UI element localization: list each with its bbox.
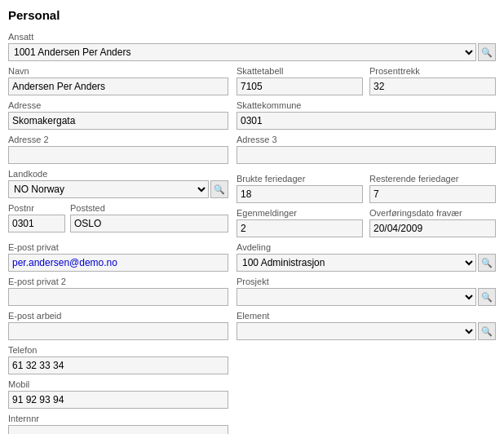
skattekommune-label: Skattekommune xyxy=(237,100,496,110)
prosenttrekk-field: Prosenttrekk xyxy=(369,66,496,95)
avdeling-search-icon[interactable]: 🔍 xyxy=(478,254,496,272)
landkode-field: Landkode NO Norway 🔍 xyxy=(8,169,228,198)
telefon-field: Telefon xyxy=(8,345,228,374)
mobil-label: Mobil xyxy=(8,379,228,389)
ansatt-label: Ansatt xyxy=(8,32,496,42)
prosenttrekk-label: Prosenttrekk xyxy=(369,66,496,76)
ansatt-select[interactable]: 1001 Andersen Per Anders xyxy=(8,43,476,61)
egenmeldinger-label: Egenmeldinger xyxy=(237,208,363,218)
element-field: Element 🔍 xyxy=(237,311,496,340)
epost-arbeid-input[interactable] xyxy=(8,322,228,340)
navn-input[interactable] xyxy=(8,78,228,95)
avdeling-field: Avdeling 100 Administrasjon 🔍 xyxy=(237,242,496,272)
internnr-label: Internnr xyxy=(8,414,228,423)
brukte-feriedager-field: Brukte feriedager xyxy=(237,174,363,203)
adresse-field: Adresse xyxy=(8,100,228,130)
prosjekt-label: Prosjekt xyxy=(237,277,496,286)
epost-arbeid-label: E-post arbeid xyxy=(8,311,228,321)
prosjekt-select[interactable] xyxy=(237,288,476,306)
skattetabell-field: Skattetabell xyxy=(237,66,363,95)
avdeling-label: Avdeling xyxy=(237,242,496,252)
adresse3-field: Adresse 3 xyxy=(237,135,496,164)
element-search-icon[interactable]: 🔍 xyxy=(478,322,496,340)
postnr-label: Postnr xyxy=(8,203,65,213)
element-label: Element xyxy=(237,311,496,321)
resterende-feriedager-input[interactable] xyxy=(369,185,496,203)
overforingsdato-field: Overføringsdato fravær xyxy=(369,208,496,237)
skattekommune-input[interactable] xyxy=(237,112,496,130)
adresse3-label: Adresse 3 xyxy=(237,135,496,144)
adresse-label: Adresse xyxy=(8,100,228,110)
internnr-input[interactable] xyxy=(8,425,228,434)
navn-label: Navn xyxy=(8,66,228,76)
brukte-feriedager-label: Brukte feriedager xyxy=(237,174,363,184)
resterende-feriedager-label: Resterende feriedager xyxy=(369,174,496,184)
overforingsdato-input[interactable] xyxy=(369,219,496,237)
poststed-input[interactable] xyxy=(70,215,228,232)
ansatt-section: Ansatt 1001 Andersen Per Anders 🔍 xyxy=(8,32,496,61)
adresse-input[interactable] xyxy=(8,112,228,130)
adresse3-input[interactable] xyxy=(237,146,496,164)
navn-field: Navn xyxy=(8,66,228,95)
element-select[interactable] xyxy=(237,322,476,340)
poststed-field: Poststed xyxy=(70,203,228,232)
epost-privat-label: E-post privat xyxy=(8,242,228,252)
resterende-feriedager-field: Resterende feriedager xyxy=(369,174,496,203)
postnr-poststed-group: Postnr Poststed xyxy=(8,203,228,237)
prosjekt-field: Prosjekt 🔍 xyxy=(237,277,496,306)
landkode-label: Landkode xyxy=(8,169,228,179)
overforingsdato-label: Overføringsdato fravær xyxy=(369,208,496,218)
epost-privat2-field: E-post privat 2 xyxy=(8,277,228,306)
epost-privat-field: E-post privat xyxy=(8,242,228,272)
brukte-feriedager-input[interactable] xyxy=(237,185,363,203)
adresse2-label: Adresse 2 xyxy=(8,135,228,144)
landkode-select[interactable]: NO Norway xyxy=(8,180,209,198)
prosjekt-search-icon[interactable]: 🔍 xyxy=(478,288,496,306)
adresse2-field: Adresse 2 xyxy=(8,135,228,164)
poststed-label: Poststed xyxy=(70,203,228,213)
egenmeldinger-input[interactable] xyxy=(237,219,363,237)
skattetabell-input[interactable] xyxy=(237,78,363,95)
telefon-input[interactable] xyxy=(8,356,228,374)
skattetabell-label: Skattetabell xyxy=(237,66,363,76)
avdeling-select[interactable]: 100 Administrasjon xyxy=(237,254,476,272)
mobil-field: Mobil xyxy=(8,379,228,409)
epost-privat2-label: E-post privat 2 xyxy=(8,277,228,286)
telefon-label: Telefon xyxy=(8,345,228,355)
epost-privat-input[interactable] xyxy=(8,254,228,272)
internnr-field: Internnr xyxy=(8,414,228,434)
adresse2-input[interactable] xyxy=(8,146,228,164)
postnr-input[interactable] xyxy=(8,215,65,232)
skattekommune-field: Skattekommune xyxy=(237,100,496,130)
prosenttrekk-input[interactable] xyxy=(369,78,496,95)
epost-arbeid-field: E-post arbeid xyxy=(8,311,228,340)
mobil-input[interactable] xyxy=(8,391,228,409)
page-title: Personal xyxy=(8,8,496,22)
epost-privat2-input[interactable] xyxy=(8,288,228,306)
ansatt-search-icon[interactable]: 🔍 xyxy=(478,43,496,61)
egenmeldinger-field: Egenmeldinger xyxy=(237,208,363,237)
postnr-field: Postnr xyxy=(8,203,65,232)
landkode-search-icon[interactable]: 🔍 xyxy=(210,180,228,198)
